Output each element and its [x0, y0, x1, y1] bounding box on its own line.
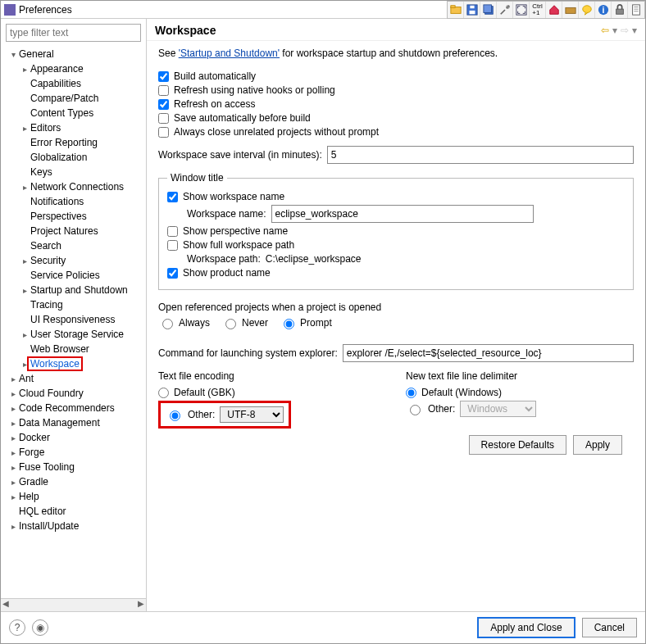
toolbar-open-icon[interactable] — [448, 2, 464, 18]
toolbar-save-icon[interactable] — [464, 2, 480, 18]
checkbox-always-close-unrelated-projects-without-prompt[interactable] — [158, 127, 169, 138]
back-icon[interactable]: ⇦ — [601, 25, 609, 36]
tree-item-security[interactable]: Security — [4, 253, 146, 268]
forward-menu-icon[interactable]: ▾ — [632, 25, 637, 36]
tree-item-ant[interactable]: Ant — [4, 371, 146, 386]
tree-arrow-icon[interactable] — [19, 65, 30, 74]
tree-item-compare-patch[interactable]: Compare/Patch — [4, 91, 146, 106]
tree-item-keys[interactable]: Keys — [4, 165, 146, 179]
tree-arrow-icon[interactable] — [7, 374, 19, 383]
toolbar-lock-icon[interactable] — [612, 2, 628, 18]
tree-item-install-update[interactable]: Install/Update — [4, 519, 146, 533]
tree-item-ui-responsiveness[interactable]: UI Responsiveness — [4, 312, 146, 327]
tree-arrow-icon[interactable] — [7, 463, 19, 472]
tree-arrow-icon[interactable] — [7, 419, 19, 428]
tree-item-forge[interactable]: Forge — [4, 445, 146, 460]
help-icon[interactable]: ? — [9, 619, 25, 636]
tree-arrow-icon[interactable] — [19, 124, 30, 133]
tree-item-hql-editor[interactable]: HQL editor — [4, 504, 146, 519]
encoding-other-select[interactable]: UTF-8 — [220, 406, 284, 423]
delimiter-other-radio[interactable] — [410, 405, 421, 415]
tree-item-fuse-tooling[interactable]: Fuse Tooling — [4, 460, 146, 474]
tree-item-editors[interactable]: Editors — [4, 120, 146, 135]
delimiter-other-select[interactable]: Windows — [460, 401, 536, 417]
open-ref-prompt[interactable]: Prompt — [280, 316, 332, 329]
cancel-button[interactable]: Cancel — [582, 618, 637, 637]
tree-item-content-types[interactable]: Content Types — [4, 106, 146, 120]
preferences-tree[interactable]: GeneralAppearanceCapabilitiesCompare/Pat… — [1, 47, 146, 598]
tree-item-general[interactable]: General — [4, 47, 146, 61]
toolbar-saveall-icon[interactable] — [480, 2, 497, 18]
toolbar-folder-icon[interactable] — [562, 2, 579, 18]
apply-button[interactable]: Apply — [573, 435, 622, 455]
tree-arrow-icon[interactable] — [19, 256, 30, 265]
tree-item-network-connections[interactable]: Network Connections — [4, 179, 146, 194]
open-ref-always-radio[interactable] — [162, 319, 173, 329]
tree-arrow-icon[interactable] — [19, 183, 30, 192]
tree-item-capabilities[interactable]: Capabilities — [4, 76, 146, 91]
tree-arrow-icon[interactable] — [7, 433, 19, 442]
toolbar-info-icon[interactable]: i — [595, 2, 612, 18]
save-interval-input[interactable] — [327, 146, 634, 164]
tree-arrow-icon[interactable] — [19, 330, 30, 339]
tree-item-web-browser[interactable]: Web Browser — [4, 342, 146, 356]
restore-defaults-button[interactable]: Restore Defaults — [469, 435, 566, 455]
toolbar-expand-icon[interactable] — [513, 2, 530, 18]
toolbar-home-icon[interactable] — [546, 2, 562, 18]
checkbox-refresh-using-native-hooks-or-polling[interactable] — [158, 85, 169, 96]
tree-item-cloud-foundry[interactable]: Cloud Foundry — [4, 386, 146, 401]
tree-item-error-reporting[interactable]: Error Reporting — [4, 135, 146, 150]
tree-arrow-icon[interactable] — [7, 389, 19, 398]
tree-arrow-icon[interactable] — [7, 522, 19, 531]
workspace-name-input[interactable] — [271, 205, 534, 223]
apply-and-close-button[interactable]: Apply and Close — [477, 617, 575, 638]
toolbar-chat-icon[interactable] — [579, 2, 595, 18]
startup-shutdown-link[interactable]: 'Startup and Shutdown' — [179, 48, 280, 59]
forward-icon[interactable]: ⇨ — [621, 25, 629, 36]
tree-item-code-recommenders[interactable]: Code Recommenders — [4, 401, 146, 415]
tree-item-perspectives[interactable]: Perspectives — [4, 209, 146, 224]
checkbox-build-automatically[interactable] — [158, 71, 169, 82]
delimiter-default-radio[interactable] — [406, 388, 416, 398]
tree-item-project-natures[interactable]: Project Natures — [4, 224, 146, 238]
checkbox-refresh-on-access[interactable] — [158, 99, 169, 110]
open-ref-always[interactable]: Always — [158, 316, 210, 329]
open-ref-never[interactable]: Never — [221, 316, 268, 329]
explorer-input[interactable] — [343, 344, 634, 362]
tree-item-startup-and-shutdown[interactable]: Startup and Shutdown — [4, 283, 146, 297]
show-workspace-name-check[interactable] — [167, 192, 178, 202]
encoding-default-radio[interactable] — [158, 388, 169, 398]
show-product-check[interactable] — [167, 268, 178, 279]
tree-arrow-icon[interactable] — [7, 492, 19, 501]
tree-item-user-storage-service[interactable]: User Storage Service — [4, 327, 146, 342]
show-perspective-check[interactable] — [167, 226, 178, 237]
tree-arrow-icon[interactable] — [19, 286, 30, 295]
tree-item-data-management[interactable]: Data Management — [4, 415, 146, 430]
show-full-path-check[interactable] — [167, 240, 178, 251]
tree-arrow-icon[interactable] — [7, 478, 19, 487]
encoding-other-radio[interactable] — [170, 410, 180, 421]
tree-item-notifications[interactable]: Notifications — [4, 194, 146, 209]
tree-item-appearance[interactable]: Appearance — [4, 61, 146, 76]
tree-item-search[interactable]: Search — [4, 238, 146, 253]
toolbar-tools-icon[interactable] — [497, 2, 513, 18]
back-menu-icon[interactable]: ▾ — [612, 25, 617, 36]
open-ref-prompt-radio[interactable] — [284, 319, 294, 329]
tree-item-service-policies[interactable]: Service Policies — [4, 268, 146, 283]
tree-item-globalization[interactable]: Globalization — [4, 150, 146, 165]
toolbar-ctrl-icon[interactable]: Ctrl+1 — [530, 2, 546, 18]
tree-arrow-icon[interactable] — [7, 50, 19, 59]
tree-item-workspace[interactable]: Workspace — [4, 356, 146, 371]
tree-arrow-icon[interactable] — [7, 448, 19, 457]
import-export-icon[interactable]: ◉ — [32, 619, 48, 636]
tree-item-docker[interactable]: Docker — [4, 430, 146, 445]
toolbar-doc-icon[interactable] — [628, 2, 644, 18]
checkbox-save-automatically-before-build[interactable] — [158, 113, 169, 124]
filter-input[interactable] — [6, 24, 141, 42]
tree-arrow-icon[interactable] — [7, 404, 19, 413]
tree-item-help[interactable]: Help — [4, 489, 146, 504]
tree-item-gradle[interactable]: Gradle — [4, 474, 146, 489]
tree-item-tracing[interactable]: Tracing — [4, 297, 146, 312]
open-ref-never-radio[interactable] — [225, 319, 236, 329]
horizontal-scrollbar[interactable] — [1, 598, 146, 611]
